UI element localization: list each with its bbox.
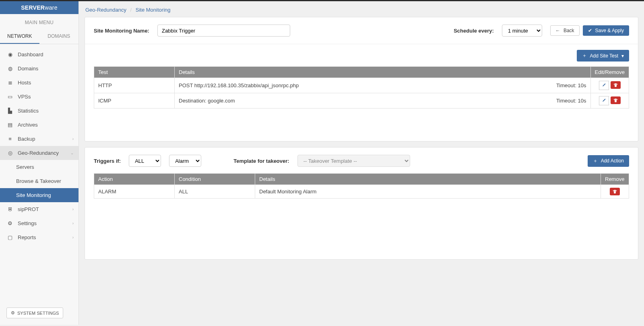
nav-geo[interactable]: ◎Geo-Redundancy⌄	[0, 146, 78, 160]
nav-geo-servers-label: Servers	[16, 164, 34, 170]
trash-icon	[613, 98, 618, 103]
sidebar-tabs: NETWORK DOMAINS	[0, 29, 78, 44]
system-settings-label: SYSTEM SETTINGS	[17, 311, 59, 316]
gear-icon: ⚙	[11, 310, 15, 316]
add-site-test-button[interactable]: ＋ Add Site Test ▾	[577, 50, 630, 62]
schedule-select[interactable]: 1 minute	[502, 25, 542, 37]
main: Geo-Redundancy / Site Monitoring Site Mo…	[79, 1, 644, 325]
sidebar-footer: ⚙ SYSTEM SETTINGS	[0, 301, 78, 325]
nav-settings-label: Settings	[18, 220, 37, 226]
schedule-label: Schedule every:	[454, 28, 494, 34]
panel-actions: Triggers if: ALL Alarm Template for take…	[85, 147, 638, 260]
cell-details: POST http://192.168.100.35/zabbix/api_js…	[175, 78, 591, 93]
nav-settings[interactable]: ⚙Settings›	[0, 216, 78, 230]
actions-table: Action Condition Details Remove ALARMALL…	[94, 173, 629, 199]
triggers-condition-select[interactable]: ALL	[129, 155, 161, 167]
table-row: HTTPPOST http://192.168.100.35/zabbix/ap…	[94, 78, 629, 93]
template-select: -- Takeover Template --	[297, 155, 410, 167]
nav-archives-label: Archives	[18, 122, 38, 128]
arrow-left-icon: ←	[555, 28, 560, 33]
shield-icon: ⛨	[6, 206, 14, 212]
nav-vpss[interactable]: ▭VPSs	[0, 90, 78, 104]
th-condition: Condition	[175, 174, 255, 185]
nav-backup[interactable]: ≡Backup›	[0, 132, 78, 146]
save-apply-label: Save & Apply	[595, 28, 624, 33]
th-remove: Remove	[601, 174, 629, 185]
save-apply-button[interactable]: ✔ Save & Apply	[583, 25, 629, 36]
breadcrumb-sep: /	[130, 7, 132, 13]
delete-button[interactable]	[611, 96, 621, 104]
template-label: Template for takeover:	[233, 158, 289, 164]
nav-reports[interactable]: ▢Reports›	[0, 230, 78, 244]
edit-button[interactable]	[599, 96, 609, 105]
nav-geo-servers[interactable]: Servers	[0, 160, 78, 174]
nav-geo-browse[interactable]: Browse & Takeover	[0, 174, 78, 188]
plus-circle-icon: ＋	[582, 52, 587, 59]
nav-geo-label: Geo-Redundancy	[18, 150, 59, 156]
cell-remove	[601, 185, 629, 199]
chevron-right-icon: ›	[72, 137, 74, 141]
table-row: ICMPDestination: google.comTimeout: 10s	[94, 93, 629, 109]
edit-icon	[602, 83, 606, 87]
brand-part2: ware	[45, 4, 58, 11]
th-details: Details	[175, 67, 591, 78]
form-row-top: Site Monitoring Name: Schedule every: 1 …	[94, 25, 629, 37]
nav-list: ◉Dashboard ◍Domains ≣Hosts ▭VPSs ▙Statis…	[0, 44, 78, 244]
back-button-label: Back	[564, 28, 574, 33]
delete-button[interactable]	[610, 188, 620, 195]
nav-hosts-label: Hosts	[18, 80, 31, 86]
name-label: Site Monitoring Name:	[94, 28, 149, 34]
edit-button[interactable]	[599, 81, 609, 90]
nav-geo-site-label: Site Monitoring	[16, 192, 51, 198]
chevron-right-icon: ›	[72, 221, 74, 226]
dashboard-icon: ◉	[6, 51, 14, 57]
cell-condition: ALL	[175, 185, 255, 199]
laptop-icon: ▭	[6, 94, 14, 100]
add-action-button[interactable]: ＋ Add Action	[588, 155, 629, 167]
nav-statistics[interactable]: ▙Statistics	[0, 104, 78, 118]
th-edit: Edit/Remove	[590, 67, 629, 78]
th-test: Test	[94, 67, 175, 78]
breadcrumb-parent[interactable]: Geo-Redundancy	[85, 7, 126, 13]
nav-sipprot-label: sipPROT	[18, 206, 39, 212]
tab-domains[interactable]: DOMAINS	[39, 29, 79, 44]
nav-archives[interactable]: ▤Archives	[0, 118, 78, 132]
system-settings-button[interactable]: ⚙ SYSTEM SETTINGS	[6, 308, 63, 318]
breadcrumb: Geo-Redundancy / Site Monitoring	[85, 1, 638, 17]
th-adetails: Details	[255, 174, 601, 185]
trash-icon	[613, 189, 617, 194]
cell-details: Destination: google.comTimeout: 10s	[175, 93, 591, 109]
back-button[interactable]: ← Back	[550, 25, 580, 36]
triggers-action-select[interactable]: Alarm	[169, 155, 201, 167]
plus-circle-icon: ＋	[593, 158, 598, 164]
nav-geo-browse-label: Browse & Takeover	[16, 178, 61, 184]
brand-part1: SERVER	[21, 4, 45, 11]
sidebar: SERVERware MAIN MENU NETWORK DOMAINS ◉Da…	[0, 1, 79, 325]
breadcrumb-current[interactable]: Site Monitoring	[136, 7, 171, 13]
nav-dashboard[interactable]: ◉Dashboard	[0, 47, 78, 62]
nav-vpss-label: VPSs	[18, 94, 31, 100]
name-input[interactable]	[157, 25, 290, 37]
main-menu-label: MAIN MENU	[0, 14, 78, 29]
gears-icon: ⚙	[6, 220, 14, 226]
cell-test: ICMP	[94, 93, 175, 109]
nav-statistics-label: Statistics	[18, 108, 39, 114]
nav-backup-label: Backup	[18, 136, 35, 142]
triggers-row: Triggers if: ALL Alarm Template for take…	[85, 148, 638, 171]
globe-icon: ◍	[6, 66, 14, 72]
delete-button[interactable]	[611, 81, 621, 89]
tab-network[interactable]: NETWORK	[0, 29, 39, 44]
globe2-icon: ◎	[6, 150, 14, 156]
chevron-right-icon: ›	[72, 235, 74, 240]
clipboard-icon: ▢	[6, 234, 14, 240]
nav-sipprot[interactable]: ⛨sipPROT›	[0, 202, 78, 216]
nav-hosts[interactable]: ≣Hosts	[0, 76, 78, 90]
add-action-label: Add Action	[601, 158, 624, 164]
nav-geo-site[interactable]: Site Monitoring	[0, 188, 78, 202]
nav-domains[interactable]: ◍Domains	[0, 62, 78, 76]
caret-down-icon: ▾	[621, 53, 624, 59]
trash-icon	[613, 83, 618, 87]
archive-icon: ▤	[6, 122, 14, 128]
triggers-label: Triggers if:	[94, 158, 121, 164]
brand: SERVERware	[0, 1, 78, 14]
